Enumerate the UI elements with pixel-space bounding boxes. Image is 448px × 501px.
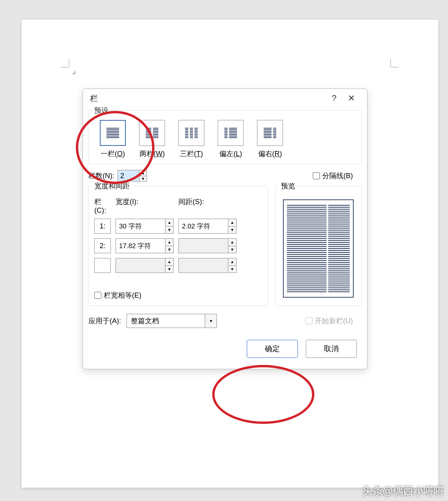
spin-up-icon[interactable]: ▲ [228, 258, 236, 265]
close-button[interactable]: ✕ [343, 93, 360, 103]
apply-to-value: 整篇文档 [127, 314, 205, 328]
preset-left[interactable]: 偏左(L) [218, 120, 244, 158]
three-columns-icon [178, 120, 204, 146]
preview-group: 预览 [275, 186, 362, 306]
left-column-icon [218, 120, 244, 146]
row-index: 1: [94, 219, 111, 234]
column-row: 2: ▲▼ ▲▼ [94, 238, 262, 253]
chevron-down-icon[interactable]: ▾ [205, 314, 217, 328]
preset-one-column[interactable]: 一栏(O) [100, 120, 126, 158]
cancel-button[interactable]: 取消 [306, 340, 357, 358]
preview-icon [283, 199, 354, 298]
spin-down-icon[interactable]: ▼ [140, 176, 147, 182]
width-spinner[interactable]: ▲▼ [116, 238, 174, 253]
preset-two-columns[interactable]: 两栏(W) [139, 120, 165, 158]
margin-corner-icon [390, 59, 399, 68]
width-spinner[interactable]: ▲▼ [116, 219, 174, 234]
help-button[interactable]: ? [325, 93, 343, 103]
watermark-text: 头条@偶西小嗒嗒 [362, 484, 444, 498]
width-header: 宽度(I): [116, 197, 174, 215]
spacing-spinner[interactable]: ▲▼ [178, 238, 237, 253]
spin-down-icon[interactable]: ▼ [228, 226, 236, 234]
spin-down-icon[interactable]: ▼ [165, 226, 173, 234]
col-header: 栏(C): [94, 197, 111, 215]
apply-to-label: 应用于(A): [88, 316, 121, 326]
column-row: 1: ▲▼ ▲▼ [94, 219, 262, 234]
row-index [94, 258, 111, 273]
column-row: ▲▼ ▲▼ [94, 258, 262, 273]
equal-width-checkbox[interactable]: 栏宽相等(E) [94, 291, 141, 300]
spacing-header: 间距(S): [178, 197, 237, 215]
spin-up-icon[interactable]: ▲ [228, 219, 236, 226]
num-columns-spinner[interactable]: ▲▼ [118, 170, 147, 182]
one-column-icon [100, 120, 126, 146]
width-spacing-title: 宽度和间距 [92, 181, 132, 191]
spin-up-icon[interactable]: ▲ [165, 258, 173, 265]
spin-down-icon[interactable]: ▼ [165, 265, 173, 273]
spin-down-icon[interactable]: ▼ [228, 265, 236, 273]
preview-title: 预览 [279, 181, 297, 191]
margin-corner-icon [61, 59, 70, 68]
spin-up-icon[interactable]: ▲ [165, 219, 173, 226]
spin-down-icon[interactable]: ▼ [165, 246, 173, 253]
columns-dialog: 栏 ? ✕ 预设 一栏(O) 两栏(W) 三栏(T) [83, 88, 367, 369]
spacing-spinner: ▲▼ [178, 258, 237, 273]
num-columns-input[interactable] [118, 170, 139, 181]
num-columns-label: 栏数(N): [88, 171, 114, 181]
spin-up-icon[interactable]: ▲ [140, 170, 147, 176]
presets-group: 预设 一栏(O) 两栏(W) 三栏(T) [88, 110, 362, 164]
preset-right[interactable]: 偏右(R) [257, 120, 283, 158]
presets-label: 预设 [92, 106, 111, 115]
two-columns-icon [139, 120, 165, 146]
dialog-title: 栏 [90, 93, 325, 104]
line-between-checkbox[interactable]: 分隔线(B) [313, 171, 353, 181]
ok-button[interactable]: 确定 [247, 340, 298, 358]
right-column-icon [257, 120, 283, 146]
spin-down-icon[interactable]: ▼ [228, 246, 236, 253]
apply-to-combo[interactable]: 整篇文档 ▾ [127, 314, 217, 328]
cursor-mark: ↲ [72, 70, 77, 76]
width-spacing-group: 宽度和间距 栏(C): 宽度(I): 间距(S): 1: ▲▼ ▲▼ 2: ▲▼… [88, 186, 268, 306]
titlebar: 栏 ? ✕ [83, 89, 367, 108]
start-new-column-checkbox: 开始新栏(U) [305, 316, 353, 326]
row-index: 2: [94, 238, 111, 253]
spacing-spinner[interactable]: ▲▼ [178, 219, 237, 234]
spin-up-icon[interactable]: ▲ [165, 239, 173, 246]
spin-up-icon[interactable]: ▲ [228, 239, 236, 246]
preset-three-columns[interactable]: 三栏(T) [178, 120, 204, 158]
width-spinner: ▲▼ [116, 258, 174, 273]
